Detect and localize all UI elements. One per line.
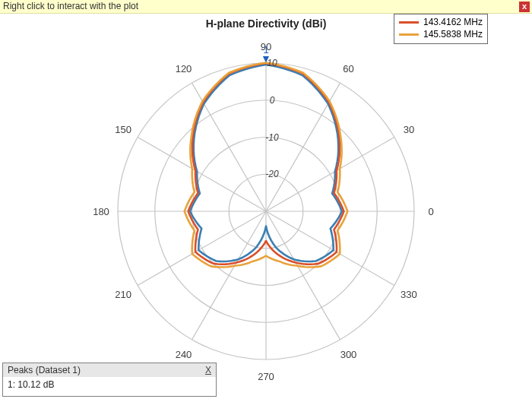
svg-line-13	[192, 211, 267, 340]
svg-line-6	[266, 138, 394, 212]
polar-chart	[0, 14, 532, 399]
svg-line-10	[138, 138, 266, 212]
peaks-panel: Peaks (Dataset 1) X 1: 10.12 dB	[2, 363, 217, 397]
angle-label: 120	[176, 63, 192, 74]
svg-line-15	[266, 211, 340, 340]
interaction-hint-bar: Right click to interact with the plot x	[0, 0, 532, 14]
angle-label: 0	[428, 206, 433, 217]
r-label: 10	[267, 58, 277, 68]
r-label: -20	[265, 169, 278, 179]
r-label: 0	[270, 95, 275, 106]
angle-label: 180	[93, 206, 109, 217]
r-label: -10	[265, 132, 278, 143]
hint-text: Right click to interact with the plot	[3, 1, 138, 11]
angle-label: 300	[340, 348, 357, 359]
peaks-panel-body: 1: 10.12 dB	[3, 377, 216, 396]
peaks-row: 1: 10.12 dB	[8, 379, 211, 390]
plot-area[interactable]: H-plane Directivity (dBi) 143.4162 MHz 1…	[0, 14, 532, 399]
peaks-panel-title: Peaks (Dataset 1)	[8, 365, 81, 375]
angle-label: 210	[115, 288, 131, 299]
angle-label: 30	[404, 123, 414, 135]
peaks-panel-header: Peaks (Dataset 1) X	[3, 363, 216, 377]
svg-line-12	[138, 211, 266, 286]
peaks-panel-close-icon[interactable]: X	[205, 365, 211, 375]
angle-label: 90	[261, 41, 271, 52]
angle-label: 330	[401, 288, 417, 299]
angle-label: 150	[115, 123, 131, 135]
angle-label: 270	[258, 371, 274, 382]
angle-label: 60	[343, 63, 353, 74]
svg-line-16	[266, 211, 394, 286]
close-icon[interactable]: x	[519, 2, 530, 12]
angle-label: 240	[176, 348, 192, 359]
